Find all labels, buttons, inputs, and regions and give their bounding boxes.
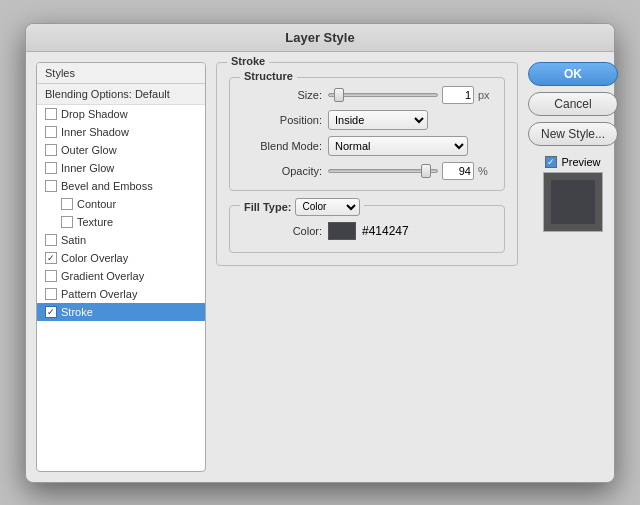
color-container: #414247: [328, 222, 409, 240]
outer-glow-checkbox[interactable]: [45, 144, 57, 156]
size-unit: px: [478, 89, 492, 101]
preview-box: [543, 172, 603, 232]
structure-title: Structure: [240, 70, 297, 82]
color-row: Color: #414247: [242, 222, 492, 240]
sidebar-item-texture[interactable]: Texture: [37, 213, 205, 231]
opacity-slider[interactable]: [328, 169, 438, 173]
opacity-label: Opacity:: [242, 165, 322, 177]
size-input[interactable]: 1: [442, 86, 474, 104]
cancel-button[interactable]: Cancel: [528, 92, 618, 116]
gradient-overlay-label: Gradient Overlay: [61, 270, 144, 282]
preview-label-row: Preview: [545, 156, 600, 168]
dialog-title: Layer Style: [26, 24, 614, 52]
stroke-group-title: Stroke: [227, 55, 269, 67]
outer-glow-label: Outer Glow: [61, 144, 117, 156]
blending-options-label: Blending Options: Default: [45, 88, 170, 100]
opacity-row: Opacity: 94 %: [242, 162, 492, 180]
fill-type-select[interactable]: Color Gradient Pattern: [295, 198, 360, 216]
drop-shadow-checkbox[interactable]: [45, 108, 57, 120]
sidebar-item-gradient-overlay[interactable]: Gradient Overlay: [37, 267, 205, 285]
bevel-emboss-checkbox[interactable]: [45, 180, 57, 192]
inner-glow-label: Inner Glow: [61, 162, 114, 174]
sidebar-item-satin[interactable]: Satin: [37, 231, 205, 249]
preview-checkbox[interactable]: [545, 156, 557, 168]
sidebar-item-contour[interactable]: Contour: [37, 195, 205, 213]
styles-panel: Styles Blending Options: Default Drop Sh…: [36, 62, 206, 472]
sidebar-item-outer-glow[interactable]: Outer Glow: [37, 141, 205, 159]
sidebar-item-inner-shadow[interactable]: Inner Shadow: [37, 123, 205, 141]
position-row: Position: Inside Outside Center: [242, 110, 492, 130]
fill-type-header: Fill Type: Color Gradient Pattern: [240, 198, 364, 216]
color-overlay-checkbox[interactable]: [45, 252, 57, 264]
satin-checkbox[interactable]: [45, 234, 57, 246]
stroke-group: Stroke Structure Size: 1 px: [216, 62, 518, 266]
size-slider-container: 1 px: [328, 86, 492, 104]
blend-mode-select[interactable]: Normal Dissolve Multiply Screen: [328, 136, 468, 156]
styles-panel-header: Styles: [37, 63, 205, 84]
opacity-input[interactable]: 94: [442, 162, 474, 180]
size-label: Size:: [242, 89, 322, 101]
color-swatch[interactable]: [328, 222, 356, 240]
sidebar-item-stroke[interactable]: Stroke: [37, 303, 205, 321]
fill-type-group: Fill Type: Color Gradient Pattern Color:…: [229, 205, 505, 253]
inner-shadow-checkbox[interactable]: [45, 126, 57, 138]
size-row: Size: 1 px: [242, 86, 492, 104]
stroke-label: Stroke: [61, 306, 93, 318]
drop-shadow-label: Drop Shadow: [61, 108, 128, 120]
satin-label: Satin: [61, 234, 86, 246]
pattern-overlay-checkbox[interactable]: [45, 288, 57, 300]
sidebar-item-blending-options[interactable]: Blending Options: Default: [37, 84, 205, 105]
preview-inner: [551, 180, 595, 224]
new-style-button[interactable]: New Style...: [528, 122, 618, 146]
contour-checkbox[interactable]: [61, 198, 73, 210]
color-overlay-label: Color Overlay: [61, 252, 128, 264]
opacity-slider-container: 94 %: [328, 162, 492, 180]
inner-shadow-label: Inner Shadow: [61, 126, 129, 138]
styles-list: Blending Options: Default Drop Shadow In…: [37, 84, 205, 321]
sidebar-item-drop-shadow[interactable]: Drop Shadow: [37, 105, 205, 123]
size-slider[interactable]: [328, 93, 438, 97]
bevel-emboss-label: Bevel and Emboss: [61, 180, 153, 192]
sidebar-item-bevel-emboss[interactable]: Bevel and Emboss: [37, 177, 205, 195]
sidebar-item-pattern-overlay[interactable]: Pattern Overlay: [37, 285, 205, 303]
main-content: Stroke Structure Size: 1 px: [216, 62, 518, 472]
color-hex-value: #414247: [362, 224, 409, 238]
blend-mode-row: Blend Mode: Normal Dissolve Multiply Scr…: [242, 136, 492, 156]
position-select[interactable]: Inside Outside Center: [328, 110, 428, 130]
preview-section: Preview: [528, 156, 618, 232]
gradient-overlay-checkbox[interactable]: [45, 270, 57, 282]
position-label: Position:: [242, 114, 322, 126]
blend-mode-label: Blend Mode:: [242, 140, 322, 152]
texture-label: Texture: [77, 216, 113, 228]
sidebar-item-inner-glow[interactable]: Inner Glow: [37, 159, 205, 177]
fill-type-label: Fill Type:: [244, 201, 291, 213]
texture-checkbox[interactable]: [61, 216, 73, 228]
color-label: Color:: [242, 225, 322, 237]
preview-text: Preview: [561, 156, 600, 168]
ok-button[interactable]: OK: [528, 62, 618, 86]
opacity-unit: %: [478, 165, 492, 177]
inner-glow-checkbox[interactable]: [45, 162, 57, 174]
stroke-checkbox[interactable]: [45, 306, 57, 318]
layer-style-dialog: Layer Style Styles Blending Options: Def…: [25, 23, 615, 483]
sidebar-item-color-overlay[interactable]: Color Overlay: [37, 249, 205, 267]
contour-label: Contour: [77, 198, 116, 210]
right-panel: OK Cancel New Style... Preview: [528, 62, 618, 472]
structure-group: Structure Size: 1 px Position:: [229, 77, 505, 191]
pattern-overlay-label: Pattern Overlay: [61, 288, 137, 300]
